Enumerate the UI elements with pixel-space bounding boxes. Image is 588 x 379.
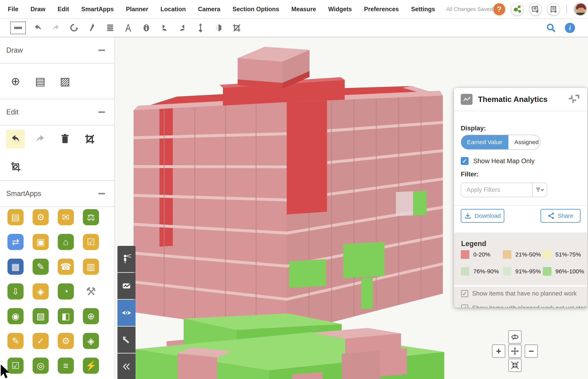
flip-left-tool[interactable] bbox=[158, 22, 171, 34]
collapse-toolbar-button[interactable] bbox=[117, 353, 136, 379]
pan-button[interactable] bbox=[508, 345, 522, 358]
smartapp-building-transfer[interactable]: ⌂ bbox=[58, 234, 74, 250]
menu-item-planner[interactable]: Planner bbox=[126, 6, 148, 13]
collapse-icon[interactable] bbox=[98, 111, 105, 113]
select-arrow-button[interactable] bbox=[117, 327, 136, 353]
smartapp-process-gear[interactable]: ⚙ bbox=[58, 333, 74, 349]
menu-item-camera[interactable]: Camera bbox=[198, 6, 220, 13]
feedback-button[interactable] bbox=[529, 3, 542, 16]
rotate-view-tool[interactable] bbox=[68, 22, 80, 34]
smartapp-site-monitor[interactable]: ▧ bbox=[32, 308, 49, 324]
checkbox-checked[interactable]: ✓ bbox=[461, 305, 468, 308]
undo-tool[interactable] bbox=[32, 22, 44, 34]
collapse-icon[interactable] bbox=[98, 193, 105, 194]
section-header-smartapps[interactable]: SmartApps bbox=[0, 181, 114, 207]
smartapp-delivery-time[interactable]: ◔ bbox=[58, 283, 74, 300]
menu-item-location[interactable]: Location bbox=[160, 6, 186, 13]
avatar-shirt bbox=[575, 13, 587, 16]
not-started-row[interactable]: ✓ Show items with planned work not yet s… bbox=[461, 305, 587, 308]
panel-header: Thematic Analytics bbox=[454, 88, 587, 111]
menu-item-widgets[interactable]: Widgets bbox=[328, 6, 352, 13]
visibility-button[interactable] bbox=[117, 300, 136, 326]
menu-item-preferences[interactable]: Preferences bbox=[364, 6, 399, 13]
smartapp-secure-report[interactable]: ◈ bbox=[32, 283, 49, 300]
crop-link-button[interactable] bbox=[6, 157, 25, 176]
toggle-earned-value[interactable]: Earned Value bbox=[461, 135, 508, 149]
smartapp-package-message[interactable]: ▣ bbox=[32, 234, 49, 250]
no-planned-work-row[interactable]: ✓ Show items that have no planned work bbox=[461, 290, 577, 297]
analytics-view-button[interactable] bbox=[117, 273, 136, 299]
smartapp-document-search[interactable]: ◎ bbox=[32, 358, 49, 374]
smartapp-accident-report[interactable]: ▤ bbox=[7, 209, 24, 225]
menu-item-settings[interactable]: Settings bbox=[411, 6, 435, 13]
legend-swatch bbox=[503, 267, 511, 276]
menu-item-file[interactable]: File bbox=[8, 6, 18, 13]
smartapp-legal-budget[interactable]: ⚖ bbox=[83, 209, 99, 225]
smartapp-chat-approval[interactable]: ✉ bbox=[58, 209, 74, 225]
smartapp-hazard-inspection[interactable]: ⚙ bbox=[32, 209, 49, 225]
viewer-info-icon[interactable]: i bbox=[565, 23, 575, 33]
section-header-edit[interactable]: Edit bbox=[0, 99, 114, 125]
marquee-select-tool[interactable] bbox=[10, 21, 26, 34]
text-annotation-tool[interactable] bbox=[122, 22, 134, 34]
undo-button[interactable] bbox=[6, 130, 25, 148]
section-header-draw[interactable]: Draw bbox=[0, 37, 114, 63]
smartapp-checklist[interactable]: ✎ bbox=[32, 259, 49, 275]
crop-section-tool[interactable] bbox=[231, 22, 243, 34]
avatar[interactable] bbox=[574, 2, 587, 16]
add-report-button[interactable] bbox=[547, 3, 560, 16]
smartapp-shuffle[interactable]: ⇄ bbox=[7, 234, 24, 250]
move-vertical-tool[interactable] bbox=[194, 22, 207, 34]
checkbox-checked[interactable]: ✓ bbox=[461, 157, 469, 165]
menu-item-measure[interactable]: Measure bbox=[291, 6, 316, 13]
smartapp-team-check[interactable]: ☑ bbox=[83, 234, 99, 250]
smartapp-plug-alert[interactable]: ⚡ bbox=[83, 358, 99, 374]
move-vertical-icon bbox=[196, 23, 205, 32]
first-person-view-button[interactable] bbox=[117, 246, 136, 272]
crop-button[interactable] bbox=[80, 130, 99, 148]
smartapp-facility[interactable]: ▦ bbox=[7, 259, 24, 275]
zoom-out-button[interactable]: − bbox=[524, 345, 538, 358]
help-button[interactable]: ? bbox=[493, 3, 506, 16]
layers-tool[interactable] bbox=[104, 22, 116, 34]
search-icon[interactable] bbox=[546, 23, 556, 33]
smartapp-front-desk[interactable]: ▥ bbox=[83, 259, 99, 275]
smartapp-blueprint-measure[interactable]: ◈ bbox=[83, 333, 99, 349]
smartapp-repair-tools[interactable]: ⚒ bbox=[83, 283, 99, 300]
smartapp-record-lookup[interactable]: ≡ bbox=[58, 358, 74, 374]
cube-3d-tool[interactable] bbox=[212, 22, 225, 34]
smartapp-hand-tool[interactable]: ⊕ bbox=[83, 308, 99, 324]
filter-input[interactable]: Apply Filters bbox=[461, 183, 547, 197]
heatmap-checkbox-row[interactable]: ✓ Show Heat Map Only bbox=[461, 157, 535, 165]
menu-item-edit[interactable]: Edit bbox=[58, 6, 69, 13]
toggle-assigned-work[interactable]: Assigned Work bbox=[508, 135, 540, 149]
zoom-in-button[interactable]: + bbox=[492, 345, 505, 358]
orbit-button[interactable] bbox=[508, 330, 522, 344]
smartapp-model-cube[interactable]: ◧ bbox=[58, 308, 74, 324]
smartapp-field-engineer[interactable]: ✎ bbox=[7, 333, 24, 349]
redo-tool[interactable] bbox=[50, 22, 62, 34]
dock-panel-icon[interactable] bbox=[567, 94, 579, 105]
checkbox-checked[interactable]: ✓ bbox=[461, 290, 468, 297]
flip-right-tool[interactable] bbox=[176, 22, 189, 34]
fit-view-button[interactable] bbox=[508, 359, 522, 372]
filter-dropdown-button[interactable] bbox=[533, 187, 547, 193]
redo-button[interactable] bbox=[31, 130, 49, 148]
smartapp-emergency-call[interactable]: ☎ bbox=[58, 259, 74, 275]
menu-item-draw[interactable]: Draw bbox=[31, 6, 45, 13]
menu-item-section-options[interactable]: Section Options bbox=[233, 6, 279, 13]
download-button[interactable]: Download bbox=[461, 209, 504, 223]
smartapp-certified-shield[interactable]: ✓ bbox=[32, 333, 49, 349]
collapse-icon[interactable] bbox=[98, 49, 105, 51]
integrations-button[interactable] bbox=[511, 3, 524, 16]
info-tool[interactable] bbox=[140, 22, 152, 34]
menu-item-smartapps[interactable]: SmartApps bbox=[81, 6, 114, 13]
add-note-button[interactable]: ▤ bbox=[31, 72, 49, 90]
draw-pen-tool[interactable] bbox=[86, 22, 98, 34]
add-link-button[interactable]: ⊕ bbox=[6, 72, 25, 90]
share-button[interactable]: Share bbox=[540, 209, 581, 223]
add-markup-image-button[interactable]: ▨ bbox=[56, 72, 74, 90]
delete-button[interactable] bbox=[56, 130, 74, 148]
smartapp-truck-unload[interactable]: ⇩ bbox=[7, 283, 24, 300]
smartapp-mir-lookup[interactable]: ◉ bbox=[7, 308, 24, 324]
